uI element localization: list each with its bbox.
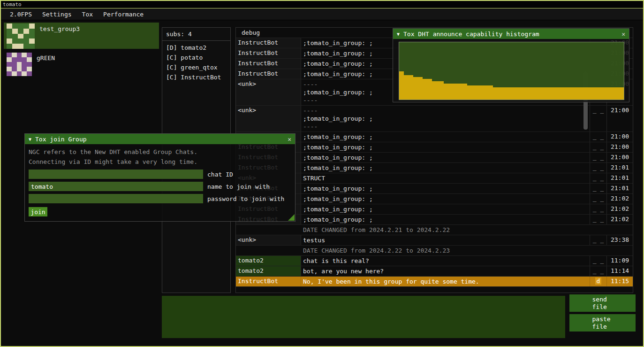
histogram-bar (432, 81, 444, 100)
menu-tox[interactable]: Tox (77, 11, 98, 18)
member-item[interactable]: [C] potato (162, 53, 230, 62)
member-item[interactable]: [D] tomato2 (162, 43, 230, 53)
join-group-window: ▼ Tox join Group ✕ NGC refers to the New… (24, 133, 295, 222)
delivery-flags: _ _ (590, 153, 607, 162)
delivery-flags: _ _ (590, 256, 607, 266)
sender-cell: <unk> (236, 106, 301, 131)
histogram-bar (444, 84, 467, 100)
dht-histogram-window: ▼ Tox DHT announce capability histogram … (393, 28, 629, 102)
ngc-info-line-1: NGC refers to the New DHT enabled Group … (29, 147, 291, 157)
histogram-bar (413, 77, 423, 100)
ngc-info-line-2: Connecting via ID might take a very long… (29, 157, 291, 167)
close-icon[interactable]: ✕ (621, 31, 625, 38)
sender-cell: InstructBot (236, 59, 301, 69)
member-item[interactable]: [C] InstructBot (162, 72, 230, 82)
group-avatar (7, 23, 35, 49)
message-cell: bot, are you new here? (301, 266, 590, 276)
delivery-flags: _ _ (590, 163, 607, 173)
collapse-icon[interactable]: ▼ (397, 31, 400, 37)
message-cell: No, I've been in this group for quite so… (301, 277, 590, 286)
timestamp: 21:01 (607, 163, 633, 173)
sender-cell: <unk> (236, 79, 301, 105)
delivery-flags: _ _ (590, 215, 607, 224)
histogram-window-title: Tox DHT announce capability histogram (403, 31, 539, 38)
message-input[interactable] (162, 296, 565, 338)
menu-bar: 2.0FPS Settings Tox Performance (1, 8, 643, 20)
delivery-flags: _ _ (590, 235, 607, 245)
send-file-label: send file (592, 296, 613, 311)
sender-cell: tomato2 (236, 266, 301, 276)
join-window-titlebar[interactable]: ▼ Tox join Group ✕ (25, 134, 295, 144)
timestamp: 21:00 (607, 106, 633, 131)
histogram-bar (399, 71, 404, 100)
timestamp: 11:15 (607, 277, 633, 286)
timestamp: 21:01 (607, 173, 633, 183)
timestamp: 21:02 (607, 194, 633, 204)
member-item[interactable]: [C] green_qtox (162, 62, 230, 72)
paste-file-button[interactable]: paste file (569, 314, 636, 332)
message-row: InstructBotNo, I've been in this group f… (236, 277, 633, 287)
chat-id-input[interactable] (29, 170, 203, 179)
message-row: <unk>----;tomato_in_group: ;----_ _21:00 (236, 106, 633, 132)
join-name-label: name to join with (207, 183, 270, 190)
menu-performance[interactable]: Performance (98, 11, 149, 18)
app-window: tomato 2.0FPS Settings Tox Performance t… (0, 0, 644, 347)
sender-cell: InstructBot (236, 38, 301, 48)
message-cell: ;tomato_in_group: ; (301, 153, 590, 162)
sender-cell: InstructBot (236, 69, 301, 79)
message-cell: ;tomato_in_group: ; (301, 194, 590, 204)
timestamp: 21:02 (607, 204, 633, 214)
close-icon[interactable]: ✕ (288, 136, 291, 143)
timestamp: 21:00 (607, 153, 633, 162)
message-cell: ----;tomato_in_group: ;---- (301, 106, 590, 131)
group-avatar (7, 53, 32, 76)
menu-settings[interactable]: Settings (37, 11, 77, 18)
join-password-input[interactable] (29, 194, 203, 203)
delivery-flags: d (590, 277, 607, 286)
send-file-button[interactable]: send file (569, 294, 636, 312)
histogram-window-titlebar[interactable]: ▼ Tox DHT announce capability histogram … (393, 29, 629, 39)
timestamp: 21:02 (607, 215, 633, 224)
join-password-label: password to join with (207, 195, 284, 202)
message-cell: ;tomato_in_group: ; (301, 204, 590, 214)
date-separator-row: DATE CHANGED from 2024.2.21 to 2024.2.22 (236, 225, 633, 235)
group-name: test_group3 (39, 25, 80, 32)
sender-cell: InstructBot (236, 277, 301, 286)
timestamp: 21:00 (607, 142, 633, 152)
join-button[interactable]: join (29, 207, 47, 216)
message-cell: ;tomato_in_group: ; (301, 132, 590, 142)
date-separator-row: DATE CHANGED from 2024.2.22 to 2024.2.23 (236, 246, 633, 256)
fps-counter: 2.0FPS (5, 11, 37, 18)
members-count: subs: 4 (162, 28, 230, 39)
delivery-flags: _ _ (590, 204, 607, 214)
group-name: gREEN (37, 54, 55, 62)
os-titlebar[interactable]: tomato (1, 1, 643, 8)
message-cell: testus (301, 235, 590, 245)
sender-cell: InstructBot (236, 48, 301, 58)
delivery-flags: _ _ (590, 173, 607, 183)
message-cell: chat is this real? (301, 256, 590, 266)
chat-id-label: chat ID (207, 171, 233, 178)
member-list: [D] tomato2[C] potato[C] green_qtox[C] I… (162, 43, 230, 82)
timestamp: 11:14 (607, 266, 633, 276)
separator (162, 40, 230, 41)
delivery-flags: _ _ (590, 184, 607, 193)
message-row: <unk>testus_ _23:38 (236, 235, 633, 246)
timestamp: 11:09 (607, 256, 633, 266)
histogram-bar (404, 75, 413, 100)
message-cell: STRUCT (301, 173, 590, 183)
sender-cell: tomato2 (236, 256, 301, 266)
message-row: tomato2bot, are you new here?_ _11:14 (236, 266, 633, 277)
resize-grip[interactable] (288, 214, 295, 221)
message-cell: ;tomato_in_group: ; (301, 163, 590, 173)
collapse-icon[interactable]: ▼ (29, 137, 31, 142)
delivery-flags: _ _ (590, 106, 607, 131)
join-name-input[interactable] (29, 182, 203, 191)
delivery-flags: _ _ (590, 194, 607, 204)
group-item-test_group3[interactable]: test_group3 (4, 23, 159, 49)
paste-file-label: paste file (592, 316, 613, 331)
message-cell: ;tomato_in_group: ; (301, 215, 590, 224)
delivery-flags: _ _ (590, 142, 607, 152)
group-item-green[interactable]: gREEN (4, 52, 159, 78)
delivery-flags: _ _ (590, 266, 607, 276)
